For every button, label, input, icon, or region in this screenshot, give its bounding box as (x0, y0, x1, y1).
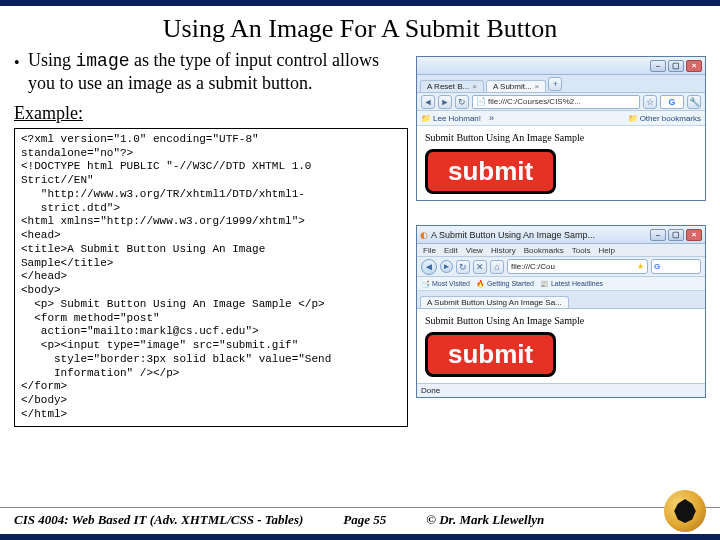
ucf-logo (664, 490, 706, 532)
wrench-button[interactable]: 🔧 (687, 95, 701, 109)
google-icon: G (654, 262, 660, 271)
status-text: Done (421, 386, 440, 395)
google-search-box[interactable]: G (660, 95, 684, 109)
footer-course: CIS 4004: Web Based IT (Adv. XHTML/CSS -… (14, 512, 303, 528)
stop-button[interactable]: ✕ (473, 260, 487, 274)
google-icon: G (668, 97, 675, 107)
bullet-text: Using image as the type of input control… (28, 50, 379, 93)
maximize-button[interactable]: ▢ (668, 60, 684, 72)
new-tab-button[interactable]: + (548, 77, 562, 91)
menu-edit[interactable]: Edit (444, 246, 458, 255)
chevron-right-icon[interactable]: » (489, 113, 494, 123)
bullet-dot: • (14, 54, 20, 72)
maximize-button[interactable]: ▢ (668, 229, 684, 241)
minimize-button[interactable]: – (650, 229, 666, 241)
slide-footer: CIS 4004: Web Based IT (Adv. XHTML/CSS -… (0, 507, 720, 528)
reload-button[interactable]: ↻ (455, 95, 469, 109)
firefox-page-content: Submit Button Using An Image Sample subm… (417, 309, 705, 383)
bookmark-most-visited[interactable]: 📑 Most Visited (421, 280, 470, 288)
page-text: Submit Button Using An Image Sample (425, 315, 697, 326)
chrome-tabstrip: A Reset B... × A Submit... × + (417, 75, 705, 93)
footer-copyright: © Dr. Mark Llewellyn (426, 512, 544, 528)
search-box[interactable]: G (651, 259, 701, 274)
tab-label: A Submit... (493, 82, 532, 91)
menu-bookmarks[interactable]: Bookmarks (524, 246, 564, 255)
firefox-titlebar: ◐ A Submit Button Using An Image Samp...… (417, 226, 705, 244)
bullet-prefix: Using (28, 50, 76, 70)
address-input[interactable]: file:///C:/Cou ★ (507, 259, 648, 274)
bookmark-label: Latest Headlines (551, 280, 603, 287)
folder-icon: 📁 (421, 114, 431, 123)
chrome-titlebar: – ▢ × (417, 57, 705, 75)
back-button[interactable]: ◄ (421, 259, 437, 275)
firefox-window: ◐ A Submit Button Using An Image Samp...… (416, 225, 706, 398)
chrome-tab-2[interactable]: A Submit... × (486, 80, 546, 92)
forward-button[interactable]: ► (440, 260, 453, 273)
menu-history[interactable]: History (491, 246, 516, 255)
chrome-address-row: ◄ ► ↻ 📄 file:///C:/Courses/CIS%2... ☆ G … (417, 93, 705, 111)
slide: Using An Image For A Submit Button • Usi… (0, 6, 720, 534)
slide-title: Using An Image For A Submit Button (14, 14, 706, 44)
menu-view[interactable]: View (466, 246, 483, 255)
bookmark-label: Lee Hohman! (433, 114, 481, 123)
close-button[interactable]: × (686, 60, 702, 72)
other-bookmarks[interactable]: 📁Other bookmarks (628, 114, 701, 123)
menu-tools[interactable]: Tools (572, 246, 591, 255)
bullet-item: • Using image as the type of input contr… (14, 50, 409, 95)
firefox-nav-row: ◄ ► ↻ ✕ ⌂ file:///C:/Cou ★ G (417, 257, 705, 277)
file-icon: 📄 (476, 97, 486, 106)
submit-image-button[interactable]: submit (425, 332, 556, 377)
close-icon[interactable]: × (535, 82, 540, 91)
firefox-bookmark-bar: 📑 Most Visited 🔥 Getting Started 📰 Lates… (417, 277, 705, 291)
address-input[interactable]: 📄 file:///C:/Courses/CIS%2... (472, 95, 640, 109)
bookmark-latest-headlines[interactable]: 📰 Latest Headlines (540, 280, 603, 288)
firefox-tab[interactable]: A Submit Button Using An Image Sa... (420, 296, 569, 308)
firefox-menubar: File Edit View History Bookmarks Tools H… (417, 244, 705, 257)
firefox-statusbar: Done (417, 383, 705, 397)
reload-button[interactable]: ↻ (456, 260, 470, 274)
bookmark-label: Getting Started (487, 280, 534, 287)
bookmark-star-icon[interactable]: ★ (637, 262, 644, 271)
tab-label: A Reset B... (427, 82, 469, 91)
other-bookmarks-label: Other bookmarks (640, 114, 701, 123)
bookmark-getting-started[interactable]: 🔥 Getting Started (476, 280, 534, 288)
code-sample: <?xml version="1.0" encoding="UTF-8" sta… (14, 128, 408, 427)
tab-label: A Submit Button Using An Image Sa... (427, 298, 562, 307)
bookmark-item[interactable]: 📁Lee Hohman! (421, 114, 481, 123)
chrome-tab-1[interactable]: A Reset B... × (420, 80, 484, 92)
chrome-page-content: Submit Button Using An Image Sample subm… (417, 126, 705, 200)
menu-file[interactable]: File (423, 246, 436, 255)
folder-icon: 📁 (628, 114, 638, 123)
bookmark-label: Most Visited (432, 280, 470, 287)
url-text: file:///C:/Cou (511, 262, 555, 271)
chrome-bookmark-bar: 📁Lee Hohman! » 📁Other bookmarks (417, 111, 705, 126)
page-text: Submit Button Using An Image Sample (425, 132, 697, 143)
bookmark-star-button[interactable]: ☆ (643, 95, 657, 109)
submit-image-button[interactable]: submit (425, 149, 556, 194)
bullet-mono: image (76, 51, 130, 71)
browser-previews: – ▢ × A Reset B... × A Submit... × + ◄ ► (416, 56, 706, 398)
home-button[interactable]: ⌂ (490, 260, 504, 274)
close-icon[interactable]: × (472, 82, 477, 91)
ff-title: ◐ A Submit Button Using An Image Samp... (420, 230, 595, 240)
firefox-icon: ◐ (420, 230, 428, 240)
firefox-tabstrip: A Submit Button Using An Image Sa... (417, 291, 705, 309)
chrome-window: – ▢ × A Reset B... × A Submit... × + ◄ ► (416, 56, 706, 201)
forward-button[interactable]: ► (438, 95, 452, 109)
footer-page: Page 55 (343, 512, 386, 528)
window-buttons: – ▢ × (650, 229, 702, 241)
minimize-button[interactable]: – (650, 60, 666, 72)
window-title-text: A Submit Button Using An Image Samp... (431, 230, 595, 240)
close-button[interactable]: × (686, 229, 702, 241)
url-text: file:///C:/Courses/CIS%2... (488, 97, 581, 106)
back-button[interactable]: ◄ (421, 95, 435, 109)
window-buttons: – ▢ × (650, 60, 702, 72)
menu-help[interactable]: Help (598, 246, 614, 255)
